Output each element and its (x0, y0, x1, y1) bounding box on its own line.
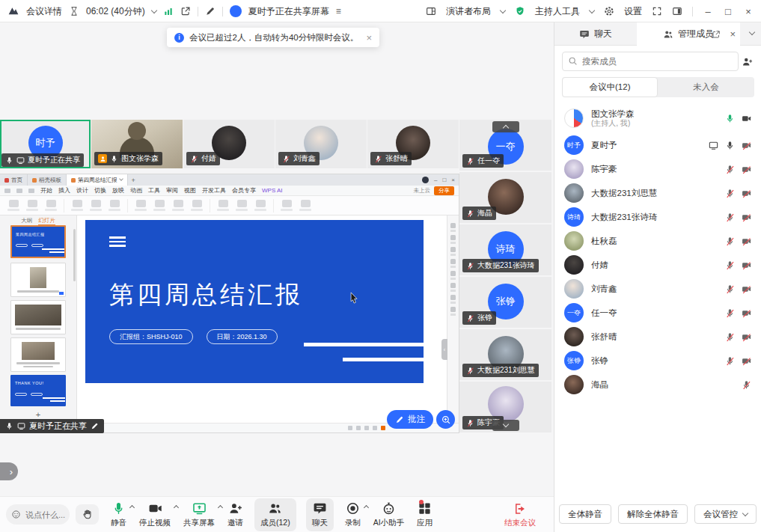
stop-video-button[interactable]: 停止视频 (139, 501, 171, 528)
wps-ribbon-tool[interactable] (217, 200, 229, 211)
members-button[interactable]: 成员(12) (254, 498, 296, 531)
meeting-timer[interactable]: 06:02 (40分钟) (86, 5, 145, 18)
wps-menu-item-ai[interactable]: WPS AI (262, 187, 283, 194)
collapse-thumbs-button[interactable] (492, 121, 519, 132)
video-thumb[interactable]: 大数据231刘思慧 (459, 329, 551, 380)
mic-muted-icon[interactable] (725, 165, 735, 174)
wps-ribbon-tool[interactable] (109, 200, 120, 211)
wps-save-icon[interactable] (16, 189, 22, 193)
wps-side-tool[interactable] (450, 223, 456, 228)
wps-tab[interactable]: 稻壳模板 (28, 174, 67, 186)
meeting-details-button[interactable]: 会议详情 (26, 5, 62, 18)
wps-maximize-button[interactable]: □ (442, 177, 446, 183)
slide-thumb-2[interactable]: 2 (10, 263, 66, 297)
settings-button[interactable]: 设置 (624, 5, 642, 18)
wps-status-tool[interactable] (364, 426, 369, 430)
wps-menu-item[interactable]: 视图 (184, 186, 196, 195)
close-button[interactable]: × (743, 6, 754, 17)
wps-menu-item[interactable]: 工具 (148, 186, 160, 195)
wps-status-tool[interactable] (348, 426, 352, 430)
wps-status-tool[interactable] (373, 426, 377, 430)
record-options-chevron-icon[interactable] (364, 505, 369, 510)
share-screen-button[interactable]: 共享屏幕 (183, 501, 215, 528)
wps-ribbon-tool[interactable] (299, 200, 311, 211)
mic-muted-icon[interactable] (725, 356, 735, 366)
camera-off-icon[interactable] (742, 332, 751, 342)
video-thumb[interactable]: 张舒晴 (367, 120, 459, 168)
tab-chat[interactable]: 聊天 (554, 22, 637, 46)
mic-muted-icon[interactable] (725, 213, 735, 222)
wps-tab[interactable]: 首页 (0, 174, 28, 186)
wps-ribbon-tool[interactable] (90, 200, 102, 211)
wps-status-tool[interactable] (356, 426, 361, 430)
video-thumb[interactable]: 刘青鑫 (275, 120, 367, 168)
tab-in-meeting[interactable]: 会议中(12) (562, 77, 658, 97)
wps-menu-item[interactable]: 会员专享 (232, 186, 256, 195)
mic-icon[interactable] (725, 114, 735, 123)
video-thumb-host[interactable]: 图文张学森 (91, 120, 183, 168)
slide-thumb-4[interactable]: 4 (10, 337, 66, 372)
wps-side-tool[interactable] (450, 259, 456, 264)
mic-muted-icon[interactable] (725, 189, 735, 198)
wps-ribbon-tool[interactable] (172, 200, 184, 211)
layout-button[interactable]: 演讲者布局 (446, 5, 491, 18)
fullscreen-icon[interactable] (652, 6, 662, 16)
wps-file-icon[interactable] (4, 189, 10, 193)
camera-off-icon[interactable] (742, 356, 751, 366)
camera-off-icon[interactable] (742, 165, 751, 174)
video-thumb[interactable]: 陈宇豪 (459, 382, 551, 432)
mic-icon[interactable] (725, 141, 735, 150)
mic-muted-icon[interactable] (725, 236, 735, 246)
member-row[interactable]: 杜秋磊 (554, 229, 761, 253)
video-thumb[interactable]: 一夺 任一夺 (459, 120, 551, 171)
member-row[interactable]: 海晶 (554, 373, 761, 397)
annotate-button[interactable]: 批注 (387, 410, 433, 429)
share-list-icon[interactable]: ≡ (336, 6, 341, 16)
timer-chevron-icon[interactable] (150, 7, 156, 13)
expand-sidebar-arrow[interactable]: › (0, 462, 18, 480)
wps-add-slide-button[interactable]: + (36, 410, 40, 419)
tab-not-joined[interactable]: 未入会 (658, 77, 754, 97)
camera-off-icon[interactable] (742, 213, 751, 222)
camera-off-icon[interactable] (742, 141, 751, 150)
invite-button[interactable]: 邀请 (227, 501, 243, 528)
member-row[interactable]: 时予 夏时予 (554, 133, 761, 157)
collapse-panel-chevron-icon[interactable] (749, 29, 755, 35)
search-members-input[interactable] (562, 52, 739, 71)
member-row[interactable]: 图文张学森(主持人, 我) (554, 103, 761, 133)
wps-undo-icon[interactable] (28, 189, 34, 193)
wps-ribbon-tool[interactable] (71, 200, 83, 211)
member-row[interactable]: 陈宇豪 (554, 157, 761, 181)
wps-ribbon-tool[interactable] (135, 200, 147, 211)
wps-share-button[interactable]: 分享 (434, 186, 454, 195)
wps-sidebar-handle[interactable]: ‹ (441, 339, 447, 360)
close-panel-icon[interactable]: × (730, 28, 736, 40)
share-options-chevron-icon[interactable] (218, 505, 223, 510)
video-thumb[interactable]: 张铮 张铮 (459, 277, 551, 328)
member-row[interactable]: 张舒晴 (554, 325, 761, 349)
wps-ribbon-tool[interactable] (7, 200, 19, 211)
emoji-icon[interactable] (11, 510, 21, 519)
member-row[interactable]: 付婧 (554, 253, 761, 277)
member-row[interactable]: 诗琦 大数据231张诗琦 (554, 205, 761, 229)
video-thumb[interactable]: 海晶 (459, 172, 551, 223)
slide-thumb-1[interactable]: 1 第四周总结汇报 (10, 225, 66, 258)
wps-menu-item[interactable]: 切换 (94, 186, 106, 195)
wps-ribbon-tool[interactable] (153, 200, 165, 211)
member-row[interactable]: 大数据231刘思慧 (554, 181, 761, 205)
network-signal-icon[interactable] (163, 6, 174, 16)
wps-slides-tab[interactable]: 幻灯片 (38, 217, 55, 225)
wps-menu-item[interactable]: 设计 (76, 186, 88, 195)
ai-assistant-button[interactable]: AI小助手 (373, 501, 404, 528)
member-row[interactable]: 刘青鑫 (554, 277, 761, 301)
camera-icon[interactable] (742, 114, 751, 123)
wps-side-tool[interactable] (450, 295, 456, 300)
screen-share-icon[interactable] (709, 141, 718, 150)
mute-all-button[interactable]: 全体静音 (559, 504, 611, 524)
wps-menu-item[interactable]: 放映 (112, 186, 124, 195)
member-row[interactable]: 一夺 任一夺 (554, 301, 761, 325)
banner-close-icon[interactable]: × (366, 32, 372, 43)
side-panel-toggle-icon[interactable] (672, 6, 682, 16)
record-button[interactable]: 录制 (345, 501, 361, 528)
wps-side-tool[interactable] (450, 271, 456, 276)
